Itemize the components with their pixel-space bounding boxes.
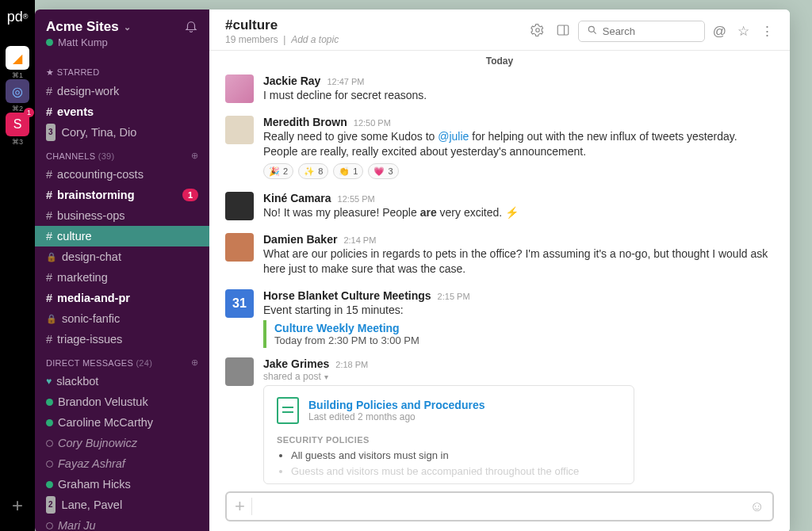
emoji-picker-icon[interactable]: ☺ — [750, 499, 764, 515]
sidebar-item-dm[interactable]: 2Lane, Pavel — [35, 495, 209, 515]
add-dm-icon[interactable]: ⊕ — [191, 357, 198, 368]
composer-input[interactable] — [260, 500, 742, 513]
sidebar-item-label: Mari Ju — [58, 517, 96, 531]
event-attachment[interactable]: Culture Weekly MeetingToday from 2:30 PM… — [263, 320, 774, 348]
message-author[interactable]: Horse Blanket Culture Meetings — [263, 289, 431, 302]
message-time: 2:18 PM — [335, 360, 368, 369]
notifications-bell-icon[interactable] — [184, 19, 198, 36]
reaction[interactable]: 👏1 — [333, 163, 363, 179]
presence-on-icon — [46, 481, 53, 488]
attachment-title[interactable]: Building Policies and Procedures — [308, 399, 485, 411]
hash-icon: # — [46, 207, 52, 224]
more-actions-icon[interactable]: ⋮ — [760, 23, 774, 40]
message-composer[interactable]: + ☺ — [225, 491, 774, 521]
channels-header[interactable]: CHANNELS (39) ⊕ — [35, 143, 209, 164]
workspace-button[interactable]: ◎ — [6, 79, 29, 103]
slack-window: Acme Sites ⌄ Matt Kump ★ STARRED #design… — [35, 10, 790, 531]
sidebar-item-channel[interactable]: 🔒sonic-fanfic — [35, 308, 209, 329]
composer-attach-icon[interactable]: + — [235, 498, 252, 515]
presence-off-icon — [46, 460, 53, 468]
avatar[interactable] — [225, 116, 254, 144]
add-channel-icon[interactable]: ⊕ — [191, 151, 198, 161]
settings-gear-icon[interactable] — [530, 23, 545, 40]
channel-title[interactable]: #culture — [225, 17, 523, 33]
attachment-section: SECURITY POLICIES — [277, 435, 621, 445]
sidebar-item-channel[interactable]: #media-and-pr — [35, 288, 209, 308]
avatar[interactable] — [225, 357, 254, 386]
message-text: What are our policies in regards to pets… — [263, 246, 774, 277]
pd-logo: pd® — [6, 5, 29, 29]
sidebar-item-channel[interactable]: #culture — [35, 226, 209, 246]
message-time: 12:55 PM — [338, 194, 375, 204]
workspace-shortcut: ⌘3 — [12, 138, 23, 146]
post-attachment[interactable]: Building Policies and ProceduresLast edi… — [263, 385, 634, 484]
workspace-badge: 1 — [24, 108, 34, 117]
dm-header[interactable]: DIRECT MESSAGES (24) ⊕ — [35, 350, 209, 371]
message-author[interactable]: Jake Grimes — [263, 357, 329, 370]
mention[interactable]: @julie — [438, 130, 469, 143]
attachment-bullets: All guests and visitors must sign inGues… — [277, 448, 621, 479]
add-workspace-button[interactable]: + — [12, 495, 23, 517]
sidebar-item-starred[interactable]: #design-work — [35, 81, 209, 101]
workspace-button[interactable]: S1 — [6, 113, 29, 136]
reaction[interactable]: 🎉2 — [263, 163, 293, 179]
message-text: No! It was my pleasure! People are very … — [263, 205, 774, 220]
sidebar-item-label: Fayaz Ashraf — [58, 455, 125, 472]
sidebar-item-channel[interactable]: #accounting-costs — [35, 164, 209, 185]
sidebar-item-dm[interactable]: Cory Bujnowicz — [35, 433, 209, 453]
attachment-subtitle: Last edited 2 months ago — [308, 411, 485, 422]
sidebar-item-starred[interactable]: #events — [35, 101, 209, 122]
sidebar-item-dm[interactable]: Caroline McCarthy — [35, 412, 209, 433]
sidebar-item-starred[interactable]: 3Cory, Tina, Dio — [35, 122, 209, 143]
sidebar-item-channel[interactable]: 🔒design-chat — [35, 246, 209, 267]
system-rail: pd® ◢⌘1◎⌘2S1⌘3 + — [0, 0, 35, 531]
sidebar-item-channel[interactable]: #business-ops — [35, 205, 209, 226]
sidebar-item-label: Cory Bujnowicz — [58, 434, 137, 452]
avatar[interactable] — [225, 233, 254, 262]
workspace-switcher[interactable]: Acme Sites ⌄ — [46, 19, 131, 35]
add-topic-link[interactable]: Add a topic — [291, 34, 339, 45]
sidebar-item-dm[interactable]: ♥slackbot — [35, 371, 209, 392]
sidebar-item-dm[interactable]: Fayaz Ashraf — [35, 453, 209, 474]
mentions-icon[interactable]: @ — [713, 24, 726, 40]
message-author[interactable]: Meredith Brown — [263, 116, 347, 128]
event-title[interactable]: Culture Weekly Meeting — [274, 322, 766, 334]
message-text: Event starting in 15 minutes: — [263, 303, 774, 318]
channel-subtitle[interactable]: 19 members | Add a topic — [225, 34, 523, 45]
message-author[interactable]: Jackie Ray — [263, 74, 320, 87]
reaction[interactable]: ✨8 — [298, 163, 328, 179]
sidebar-item-label: Graham Hicks — [58, 476, 131, 493]
message[interactable]: Kiné Camara12:55 PMNo! It was my pleasur… — [225, 185, 774, 227]
sidebar-item-channel[interactable]: #brainstorming1 — [35, 185, 209, 205]
avatar[interactable] — [225, 192, 254, 220]
sidebar: Acme Sites ⌄ Matt Kump ★ STARRED #design… — [35, 10, 209, 531]
workspace-button[interactable]: ◢ — [6, 46, 29, 70]
sidebar-item-dm[interactable]: Mari Ju — [35, 515, 209, 531]
star-icon[interactable]: ☆ — [737, 23, 749, 40]
message-author[interactable]: Damien Baker — [263, 233, 337, 246]
sidebar-item-label: events — [57, 103, 94, 120]
reaction[interactable]: 💗3 — [368, 163, 398, 179]
sidebar-item-label: Brandon Velustuk — [58, 393, 148, 411]
message[interactable]: Meredith Brown12:50 PMReally need to giv… — [225, 109, 774, 185]
sidebar-item-channel[interactable]: #marketing — [35, 267, 209, 288]
sidebar-item-channel[interactable]: #triage-issues — [35, 329, 209, 350]
message-author[interactable]: Kiné Camara — [263, 192, 331, 204]
message[interactable]: Damien Baker2:14 PMWhat are our policies… — [225, 227, 774, 283]
search-box[interactable] — [578, 21, 705, 42]
current-user[interactable]: Matt Kump — [46, 36, 131, 48]
message[interactable]: Jackie Ray12:47 PMI must decline for sec… — [225, 68, 774, 109]
message[interactable]: Jake Grimes2:18 PMshared a post ▾Buildin… — [225, 354, 774, 485]
message-list[interactable]: Jackie Ray12:47 PMI must decline for sec… — [209, 68, 790, 485]
chevron-down-icon[interactable]: ▾ — [324, 372, 328, 381]
sidebar-item-dm[interactable]: Graham Hicks — [35, 474, 209, 495]
sidebar-item-dm[interactable]: Brandon Velustuk — [35, 392, 209, 412]
details-pane-icon[interactable] — [556, 23, 570, 40]
hash-icon: # — [46, 330, 52, 348]
main-pane: #culture 19 members | Add a topic @ ☆ ⋮ … — [209, 10, 790, 531]
message[interactable]: 31Horse Blanket Culture Meetings2:15 PME… — [225, 283, 774, 355]
starred-header: ★ STARRED — [35, 59, 209, 81]
sidebar-item-label: media-and-pr — [57, 289, 130, 307]
message-time: 2:14 PM — [343, 235, 376, 245]
avatar[interactable] — [225, 74, 254, 103]
